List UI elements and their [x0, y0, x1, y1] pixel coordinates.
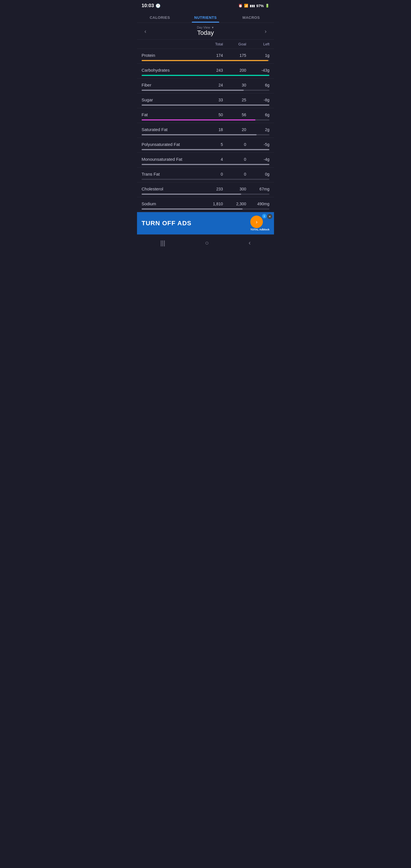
- nutrient-total-5: 18: [200, 127, 223, 132]
- ad-right-section: › TOTAL Adblock: [250, 216, 270, 231]
- nutrient-goal-0: 175: [223, 53, 246, 58]
- nutrient-total-2: 24: [200, 83, 223, 87]
- progress-bar-container-9: [141, 194, 270, 195]
- nutrient-total-1: 243: [200, 68, 223, 72]
- progress-bar-fill-9: [141, 194, 241, 195]
- nutrient-left-9: 67mg: [246, 187, 270, 191]
- nutrient-total-6: 5: [200, 142, 223, 147]
- nutrient-goal-7: 0: [223, 157, 246, 162]
- nutrient-name-7: Monounsaturated Fat: [141, 157, 200, 162]
- ad-close-button[interactable]: ✕: [267, 214, 272, 219]
- tab-nutrients[interactable]: NUTRIENTS: [183, 11, 228, 23]
- progress-bar-fill-3: [141, 104, 270, 106]
- alarm-icon: 🕐: [156, 3, 160, 8]
- next-date-button[interactable]: ›: [262, 27, 270, 36]
- status-time: 10:03 🕐: [141, 3, 160, 8]
- nutrient-left-3: -8g: [246, 98, 270, 102]
- nutrient-left-0: 1g: [246, 53, 270, 58]
- nav-recent-apps-button[interactable]: |||: [155, 238, 171, 248]
- header-total: Total: [200, 42, 223, 46]
- status-bar: 10:03 🕐 ⏰ 📶 ▮▮▮ 97% 🔋: [137, 0, 274, 11]
- nutrient-left-10: 490mg: [246, 202, 270, 206]
- progress-bar-fill-7: [141, 164, 270, 165]
- progress-bar-fill-10: [141, 209, 243, 210]
- nutrient-goal-2: 30: [223, 83, 246, 87]
- prev-date-button[interactable]: ‹: [141, 27, 149, 36]
- status-icons: ⏰ 📶 ▮▮▮ 97% 🔋: [238, 4, 270, 8]
- nutrient-total-4: 50: [200, 113, 223, 117]
- nutrient-name-5: Saturated Fat: [141, 127, 200, 132]
- nutrient-total-10: 1,810: [200, 202, 223, 206]
- progress-bar-fill-1: [141, 75, 270, 76]
- nutrient-name-10: Sodium: [141, 201, 200, 206]
- nutrient-name-1: Carbohydrates: [141, 68, 200, 72]
- progress-bar-container-5: [141, 134, 270, 135]
- nutrient-goal-1: 200: [223, 68, 246, 72]
- day-view-label[interactable]: Day View ▼: [197, 26, 214, 29]
- nutrient-name-6: Polyunsaturated Fat: [141, 142, 200, 147]
- ad-brand: TOTAL Adblock: [250, 228, 270, 231]
- nutrient-name-4: Fat: [141, 112, 200, 117]
- date-navigation: ‹ Day View ▼ Today ›: [137, 23, 274, 40]
- nutrient-row: Sugar 33 25 -8g: [137, 93, 274, 108]
- nutrient-goal-5: 20: [223, 127, 246, 132]
- nutrient-left-8: 0g: [246, 172, 270, 177]
- nutrient-left-4: 6g: [246, 113, 270, 117]
- nutrient-left-7: -4g: [246, 157, 270, 162]
- progress-bar-fill-5: [141, 134, 257, 135]
- progress-bar-fill-6: [141, 149, 270, 150]
- nutrient-goal-9: 300: [223, 187, 246, 191]
- progress-bar-container-2: [141, 90, 270, 91]
- ad-action-button[interactable]: ›: [250, 216, 263, 228]
- progress-bar-container-0: [141, 60, 270, 61]
- progress-bar-container-3: [141, 104, 270, 106]
- nutrient-row: Sodium 1,810 2,300 490mg: [137, 197, 274, 212]
- bottom-navigation: ||| ○ ‹: [137, 235, 274, 251]
- nutrient-name-3: Sugar: [141, 97, 200, 102]
- nutrient-name-9: Cholesterol: [141, 186, 200, 191]
- nutrient-goal-8: 0: [223, 172, 246, 177]
- table-header: Total Goal Left: [137, 40, 274, 49]
- dropdown-arrow-icon: ▼: [211, 26, 214, 29]
- tab-macros[interactable]: MACROS: [228, 11, 274, 23]
- nutrient-name-2: Fiber: [141, 83, 200, 87]
- progress-bar-fill-4: [141, 119, 255, 121]
- nutrient-left-5: 2g: [246, 127, 270, 132]
- nutrient-total-7: 4: [200, 157, 223, 162]
- progress-bar-fill-2: [141, 90, 244, 91]
- nutrient-row: Cholesterol 233 300 67mg: [137, 182, 274, 197]
- nutrient-name-0: Protein: [141, 53, 200, 58]
- current-date: Today: [197, 29, 214, 36]
- nutrients-list: Protein 174 175 1g Carbohydrates 243 200…: [137, 49, 274, 212]
- progress-bar-container-7: [141, 164, 270, 165]
- nutrient-goal-3: 25: [223, 98, 246, 102]
- nutrient-row: Saturated Fat 18 20 2g: [137, 123, 274, 138]
- battery-icon: 🔋: [265, 4, 270, 8]
- battery-text: 97%: [256, 4, 264, 8]
- nutrient-row: Fiber 24 30 6g: [137, 79, 274, 93]
- nutrient-goal-6: 0: [223, 142, 246, 147]
- ad-info-icon[interactable]: i: [262, 214, 266, 218]
- nutrient-row: Trans Fat 0 0 0g: [137, 167, 274, 182]
- nutrient-name-8: Trans Fat: [141, 172, 200, 177]
- nav-back-button[interactable]: ‹: [243, 238, 256, 248]
- nutrient-row: Polyunsaturated Fat 5 0 -5g: [137, 138, 274, 153]
- nutrient-left-1: -43g: [246, 68, 270, 72]
- alarm-icon2: ⏰: [238, 4, 243, 8]
- nav-home-button[interactable]: ○: [199, 238, 214, 248]
- nutrient-left-6: -5g: [246, 142, 270, 147]
- nutrient-row: Fat 50 56 6g: [137, 108, 274, 123]
- ad-banner[interactable]: TURN OFF ADS › TOTAL Adblock i ✕: [137, 212, 274, 235]
- nutrient-total-9: 233: [200, 187, 223, 191]
- ad-text: TURN OFF ADS: [141, 220, 191, 227]
- progress-bar-container-6: [141, 149, 270, 150]
- nutrient-row: Protein 174 175 1g: [137, 49, 274, 64]
- nutrient-row: Carbohydrates 243 200 -43g: [137, 64, 274, 79]
- tab-calories[interactable]: CALORIES: [137, 11, 183, 23]
- nutrient-total-0: 174: [200, 53, 223, 58]
- progress-bar-container-10: [141, 209, 270, 210]
- header-name: [141, 42, 200, 46]
- signal-icon: ▮▮▮: [250, 4, 255, 8]
- nutrient-left-2: 6g: [246, 83, 270, 87]
- header-goal: Goal: [223, 42, 246, 46]
